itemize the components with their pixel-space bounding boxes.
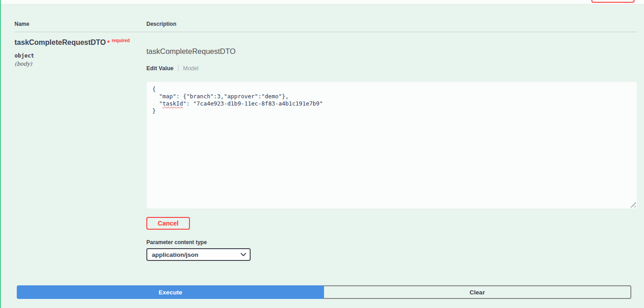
parameters-section: Name Description taskCompleteRequestDTO*… — [1, 5, 644, 261]
name-column-header: Name — [15, 21, 146, 27]
parameter-location: (body) — [15, 61, 146, 67]
required-star: * — [107, 38, 110, 46]
editor-line-part: " — [152, 100, 163, 107]
cancel-button[interactable]: Cancel — [146, 217, 190, 230]
try-out-cancel-button[interactable] — [591, 0, 634, 3]
content-type-select-wrap: application/json — [146, 248, 251, 261]
parameter-description-cell: taskCompleteRequestDTO Edit Value Model … — [146, 32, 637, 261]
editor-line: "taskId": "7ca4e923-d1b9-11ec-8f83-a4b1c… — [152, 100, 631, 107]
parameter-name-cell: taskCompleteRequestDTO*required object (… — [15, 32, 146, 261]
editor-line: "map": {"branch":3,"approver":"demo"}, — [152, 93, 631, 100]
editor-line: { — [152, 86, 631, 93]
required-label: required — [111, 38, 130, 43]
parameter-description-title: taskCompleteRequestDTO — [146, 47, 637, 56]
body-value-editor[interactable]: { "map": {"branch":3,"approver":"demo"},… — [146, 82, 637, 209]
parameter-name: taskCompleteRequestDTO*required — [15, 38, 146, 47]
editor-tabs: Edit Value Model — [146, 65, 637, 72]
description-column-header: Description — [146, 21, 637, 27]
clear-button[interactable]: Clear — [324, 285, 631, 299]
action-buttons-row: Execute Clear — [17, 285, 631, 299]
parameter-row: taskCompleteRequestDTO*required object (… — [15, 32, 637, 261]
try-out-section-header — [1, 0, 644, 5]
tab-edit-value[interactable]: Edit Value — [146, 65, 174, 72]
editor-line: } — [152, 107, 631, 115]
editor-line-part: ": "7ca4e923-d1b9-11ec-8f83-a4b1c191e7b9… — [183, 100, 323, 107]
tab-divider — [178, 65, 179, 72]
operation-try-out-panel: Name Description taskCompleteRequestDTO*… — [0, 0, 644, 308]
parameter-name-text: taskCompleteRequestDTO — [15, 38, 106, 46]
execute-button[interactable]: Execute — [17, 285, 324, 299]
parameters-table-header: Name Description — [15, 21, 637, 32]
parameter-type: object — [15, 53, 146, 59]
resize-handle-icon[interactable] — [630, 202, 636, 207]
tab-model[interactable]: Model — [183, 65, 199, 72]
editor-misspelled-word: taskId — [163, 100, 183, 107]
content-type-select[interactable]: application/json — [146, 248, 251, 261]
content-type-label: Parameter content type — [146, 239, 637, 245]
